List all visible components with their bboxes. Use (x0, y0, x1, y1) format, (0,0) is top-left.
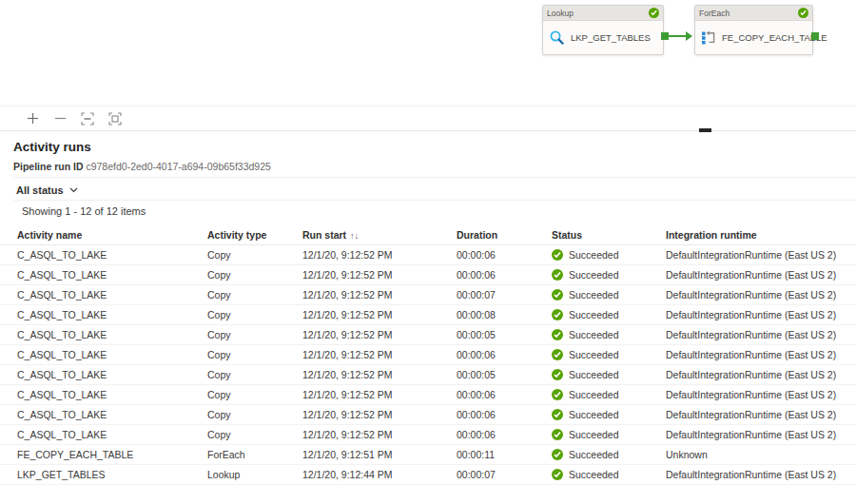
sort-arrows-icon[interactable]: ↑↓ (350, 231, 359, 241)
cell-activity-name[interactable]: C_ASQL_TO_LAKE (17, 429, 207, 440)
cell-integration-runtime: DefaultIntegrationRuntime (East US 2) (666, 389, 856, 400)
cell-integration-runtime: DefaultIntegrationRuntime (East US 2) (666, 289, 856, 300)
cell-integration-runtime: DefaultIntegrationRuntime (East US 2) (666, 409, 856, 420)
activity-name-label: LKP_GET_TABLES (571, 32, 651, 43)
cell-integration-runtime: DefaultIntegrationRuntime (East US 2) (666, 469, 856, 480)
column-header-status[interactable]: Status (552, 229, 666, 241)
table-row[interactable]: C_ASQL_TO_LAKE Copy 12/1/20, 9:12:52 PM … (0, 365, 856, 385)
cell-status: Succeeded (552, 389, 666, 400)
table-row[interactable]: C_ASQL_TO_LAKE Copy 12/1/20, 9:12:52 PM … (0, 385, 856, 405)
cell-integration-runtime: DefaultIntegrationRuntime (East US 2) (666, 349, 856, 360)
activity-connector-arrowhead (686, 31, 692, 41)
table-row[interactable]: C_ASQL_TO_LAKE Copy 12/1/20, 9:12:52 PM … (0, 405, 856, 425)
cell-activity-type: Lookup (207, 469, 302, 480)
column-header-activity-name[interactable]: Activity name (17, 229, 207, 241)
lookup-output-port[interactable] (661, 32, 669, 40)
table-row[interactable]: C_ASQL_TO_LAKE Copy 12/1/20, 9:12:52 PM … (0, 345, 856, 365)
table-row[interactable]: C_ASQL_TO_LAKE Copy 12/1/20, 9:12:52 PM … (0, 305, 856, 325)
chevron-down-icon (69, 187, 78, 193)
zoom-reset-button[interactable] (80, 111, 95, 126)
table-row[interactable]: C_ASQL_TO_LAKE Copy 12/1/20, 9:12:52 PM … (0, 285, 856, 305)
cell-integration-runtime: DefaultIntegrationRuntime (East US 2) (666, 429, 856, 440)
cell-activity-name[interactable]: C_ASQL_TO_LAKE (17, 369, 207, 380)
cell-activity-name[interactable]: C_ASQL_TO_LAKE (17, 389, 207, 400)
cell-run-start: 12/1/20, 9:12:52 PM (302, 249, 457, 261)
foreach-icon (701, 30, 716, 45)
activity-connector-line (669, 35, 687, 37)
cell-run-start: 12/1/20, 9:12:44 PM (302, 469, 457, 480)
cell-activity-name[interactable]: C_ASQL_TO_LAKE (17, 249, 207, 261)
cell-status: Succeeded (552, 469, 666, 480)
activity-node-header: ForEach (695, 6, 812, 21)
cell-duration: 00:00:06 (457, 269, 552, 281)
table-row[interactable]: C_ASQL_TO_LAKE Copy 12/1/20, 9:12:52 PM … (0, 265, 856, 285)
zoom-out-button[interactable] (52, 111, 68, 126)
status-filter-dropdown[interactable]: All status (16, 183, 78, 198)
cell-run-start: 12/1/20, 9:12:52 PM (302, 409, 457, 420)
pipeline-run-id: Pipeline run ID c978efd0-2ed0-4017-a694-… (13, 161, 271, 172)
cell-status: Succeeded (552, 329, 666, 340)
cell-integration-runtime: Unknown (666, 449, 856, 460)
status-text: Succeeded (569, 349, 619, 360)
zoom-fit-button[interactable] (107, 111, 123, 126)
cell-activity-name[interactable]: LKP_GET_TABLES (17, 469, 207, 480)
cell-run-start: 12/1/20, 9:12:51 PM (302, 449, 457, 460)
cell-run-start: 12/1/20, 9:12:52 PM (302, 349, 457, 360)
table-row[interactable]: C_ASQL_TO_LAKE Copy 12/1/20, 9:12:52 PM … (0, 245, 856, 265)
cell-run-start: 12/1/20, 9:12:52 PM (302, 329, 457, 340)
cell-activity-name[interactable]: C_ASQL_TO_LAKE (17, 349, 207, 360)
pipeline-canvas[interactable]: Lookup LKP_GET_TABLES ForEach (0, 0, 856, 106)
cell-integration-runtime: DefaultIntegrationRuntime (East US 2) (666, 329, 856, 340)
status-filter-label: All status (16, 184, 64, 196)
cell-duration: 00:00:06 (457, 429, 552, 440)
cell-activity-name[interactable]: FE_COPY_EACH_TABLE (17, 449, 207, 460)
cell-duration: 00:00:06 (457, 409, 552, 420)
table-row[interactable]: C_ASQL_TO_LAKE Copy 12/1/20, 9:12:52 PM … (0, 325, 856, 345)
cell-integration-runtime: DefaultIntegrationRuntime (East US 2) (666, 249, 856, 261)
succeeded-check-icon (552, 309, 563, 320)
column-header-duration[interactable]: Duration (457, 229, 552, 241)
activity-node-lookup[interactable]: Lookup LKP_GET_TABLES (542, 5, 664, 55)
table-header-row: Activity name Activity type Run start↑↓ … (0, 224, 856, 245)
zoom-in-button[interactable] (25, 111, 40, 126)
column-header-activity-type[interactable]: Activity type (207, 229, 302, 241)
cell-run-start: 12/1/20, 9:12:52 PM (302, 369, 457, 380)
cell-status: Succeeded (552, 309, 666, 320)
column-header-integration-runtime[interactable]: Integration runtime (666, 229, 856, 241)
cell-duration: 00:00:08 (457, 309, 552, 320)
panel-resize-handle[interactable] (699, 128, 711, 132)
status-text: Succeeded (569, 329, 619, 340)
status-text: Succeeded (569, 289, 619, 300)
cell-activity-type: Copy (207, 249, 302, 261)
succeeded-check-icon (552, 449, 563, 460)
activity-node-foreach[interactable]: ForEach FE_COPY_EACH_TABLE (694, 5, 813, 55)
succeeded-check-icon (552, 349, 563, 360)
pipeline-monitor-view: Lookup LKP_GET_TABLES ForEach (0, 0, 856, 504)
cell-activity-name[interactable]: C_ASQL_TO_LAKE (17, 309, 207, 320)
activity-node-body: LKP_GET_TABLES (543, 21, 663, 54)
cell-duration: 00:00:06 (457, 349, 552, 360)
foreach-output-port[interactable] (811, 32, 819, 40)
cell-activity-type: Copy (207, 369, 302, 380)
status-text: Succeeded (569, 309, 619, 320)
cell-activity-name[interactable]: C_ASQL_TO_LAKE (17, 329, 207, 340)
status-text: Succeeded (569, 449, 619, 460)
canvas-zoom-toolbar (0, 106, 856, 131)
succeeded-check-icon (649, 8, 659, 18)
cell-activity-name[interactable]: C_ASQL_TO_LAKE (17, 269, 207, 281)
status-text: Succeeded (569, 429, 619, 440)
table-row[interactable]: LKP_GET_TABLES Lookup 12/1/20, 9:12:44 P… (0, 465, 856, 485)
activity-runs-rows: C_ASQL_TO_LAKE Copy 12/1/20, 9:12:52 PM … (0, 245, 856, 485)
cell-activity-name[interactable]: C_ASQL_TO_LAKE (17, 409, 207, 420)
table-row[interactable]: C_ASQL_TO_LAKE Copy 12/1/20, 9:12:52 PM … (0, 425, 856, 445)
activity-type-label: Lookup (547, 9, 649, 18)
cell-status: Succeeded (552, 449, 666, 460)
table-row[interactable]: FE_COPY_EACH_TABLE ForEach 12/1/20, 9:12… (0, 445, 856, 465)
status-text: Succeeded (569, 369, 619, 380)
cell-activity-name[interactable]: C_ASQL_TO_LAKE (17, 289, 207, 300)
column-header-run-start[interactable]: Run start↑↓ (302, 229, 457, 241)
cell-status: Succeeded (552, 249, 666, 261)
succeeded-check-icon (552, 429, 563, 440)
page-title: Activity runs (13, 140, 91, 154)
cell-duration: 00:00:11 (457, 449, 552, 460)
